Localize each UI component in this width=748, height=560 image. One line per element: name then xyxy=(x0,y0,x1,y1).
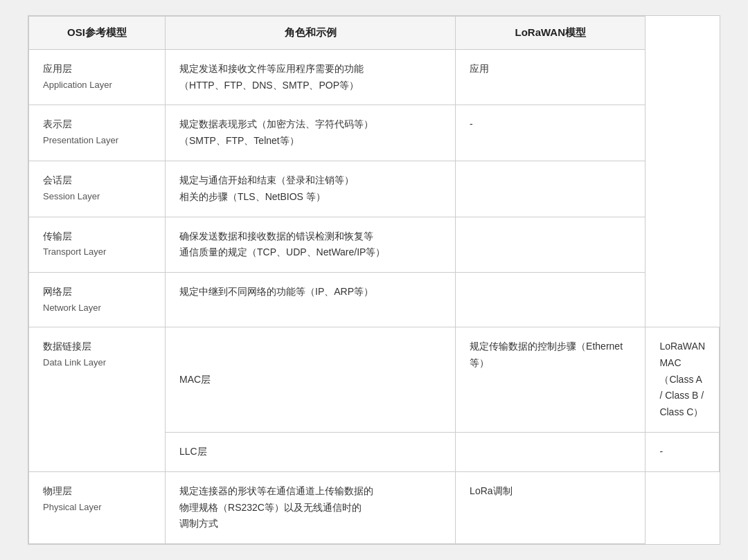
role-cell: 规定与通信开始和结束（登录和注销等） 相关的步骤（TLS、NetBIOS 等） xyxy=(166,161,456,217)
table-row: 数据链接层Data Link LayerMAC层规定传输数据的控制步骤（Ethe… xyxy=(29,327,720,433)
layer-name-zh: 网络层 xyxy=(43,284,151,300)
role-cell: 规定连接器的形状等在通信通道上传输数据的 物理规格（RS232C等）以及无线通信… xyxy=(166,471,456,543)
layer-name-zh: 应用层 xyxy=(43,61,151,78)
layer-name-zh: 物理层 xyxy=(43,483,151,500)
layer-name-en: Transport Layer xyxy=(43,244,151,260)
table-row: 应用层Application Layer规定发送和接收文件等应用程序需要的功能 … xyxy=(29,49,720,105)
lorawan-cell xyxy=(456,161,645,217)
osi-cell: 会话层Session Layer xyxy=(29,161,166,217)
lorawan-cell: LoRa调制 xyxy=(456,471,645,543)
role-cell: 规定发送和接收文件等应用程序需要的功能 （HTTP、FTP、DNS、SMTP、P… xyxy=(166,49,456,105)
osi-cell: 网络层Network Layer xyxy=(29,273,166,327)
layer-name-en: Session Layer xyxy=(43,189,151,204)
layer-name-en: Application Layer xyxy=(43,78,151,93)
layer-name-en: Network Layer xyxy=(43,300,151,316)
table-header-row: OSI参考模型 角色和示例 LoRaWAN模型 xyxy=(29,16,720,49)
lorawan-cell: - xyxy=(645,433,720,472)
table-row: 传输层Transport Layer确保发送数据和接收数据的错误检测和恢复等 通… xyxy=(29,217,720,273)
lorawan-cell xyxy=(456,273,645,327)
header-role: 角色和示例 xyxy=(166,16,456,49)
osi-cell: 应用层Application Layer xyxy=(29,49,166,105)
role-cell: 确保发送数据和接收数据的错误检测和恢复等 通信质量的规定（TCP、UDP、Net… xyxy=(166,217,456,273)
osi-cell: 表示层Presentation Layer xyxy=(29,105,166,161)
sub-layer-cell: LLC层 xyxy=(166,433,456,472)
layer-name-en: Presentation Layer xyxy=(43,133,151,148)
table-row: 网络层Network Layer规定中继到不同网络的功能等（IP、ARP等） xyxy=(29,273,720,327)
osi-cell: 物理层Physical Layer xyxy=(29,471,166,543)
lorawan-cell: - xyxy=(456,105,645,161)
header-lorawan: LoRaWAN模型 xyxy=(456,16,645,49)
role-cell xyxy=(456,433,645,472)
table-row: 会话层Session Layer规定与通信开始和结束（登录和注销等） 相关的步骤… xyxy=(29,161,720,217)
osi-table: OSI参考模型 角色和示例 LoRaWAN模型 应用层Application L… xyxy=(28,16,720,544)
table-row: 物理层Physical Layer规定连接器的形状等在通信通道上传输数据的 物理… xyxy=(29,471,720,543)
layer-name-zh: 数据链接层 xyxy=(43,338,151,355)
lorawan-cell: LoRaWAN MAC （Class A / Class B / Class C… xyxy=(645,327,720,433)
role-cell: 规定传输数据的控制步骤（Ethernet等） xyxy=(456,327,645,433)
lorawan-cell xyxy=(456,217,645,273)
layer-name-en: Physical Layer xyxy=(43,500,151,515)
role-cell: 规定数据表现形式（加密方法、字符代码等） （SMTP、FTP、Telnet等） xyxy=(166,105,456,161)
lorawan-cell: 应用 xyxy=(456,49,645,105)
osi-table-wrapper: OSI参考模型 角色和示例 LoRaWAN模型 应用层Application L… xyxy=(28,15,720,545)
layer-name-en: Data Link Layer xyxy=(43,355,151,370)
header-osi: OSI参考模型 xyxy=(29,16,166,49)
table-row: 表示层Presentation Layer规定数据表现形式（加密方法、字符代码等… xyxy=(29,105,720,161)
sub-layer-cell: MAC层 xyxy=(166,327,456,433)
layer-name-zh: 表示层 xyxy=(43,116,151,133)
layer-name-zh: 传输层 xyxy=(43,228,151,245)
osi-cell: 数据链接层Data Link Layer xyxy=(29,327,166,472)
role-cell: 规定中继到不同网络的功能等（IP、ARP等） xyxy=(166,273,456,327)
layer-name-zh: 会话层 xyxy=(43,172,151,189)
osi-cell: 传输层Transport Layer xyxy=(29,217,166,273)
